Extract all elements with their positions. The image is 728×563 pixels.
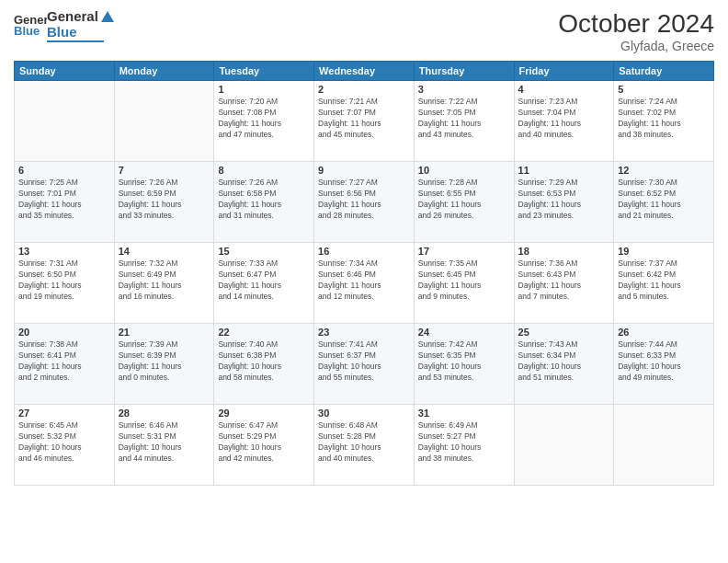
col-sunday: Sunday: [15, 62, 115, 81]
calendar-header-row: Sunday Monday Tuesday Wednesday Thursday…: [15, 62, 714, 81]
table-cell: 22Sunrise: 7:40 AM Sunset: 6:38 PM Dayli…: [214, 324, 314, 405]
table-cell: 19Sunrise: 7:37 AM Sunset: 6:42 PM Dayli…: [614, 243, 714, 324]
col-friday: Friday: [514, 62, 614, 81]
day-number: 8: [218, 165, 310, 176]
table-cell: 27Sunrise: 6:45 AM Sunset: 5:32 PM Dayli…: [15, 405, 115, 486]
table-cell: 30Sunrise: 6:48 AM Sunset: 5:28 PM Dayli…: [314, 405, 415, 486]
header: General Blue General Blue October 2024 G: [14, 9, 714, 53]
day-number: 2: [318, 84, 410, 95]
title-area: October 2024 Glyfada, Greece: [558, 9, 714, 53]
table-cell: 31Sunrise: 6:49 AM Sunset: 5:27 PM Dayli…: [414, 405, 514, 486]
day-info: Sunrise: 6:46 AM Sunset: 5:31 PM Dayligh…: [119, 420, 210, 465]
col-thursday: Thursday: [414, 62, 514, 81]
day-number: 16: [318, 246, 410, 257]
day-info: Sunrise: 7:24 AM Sunset: 7:02 PM Dayligh…: [618, 97, 710, 141]
table-cell: [114, 81, 214, 162]
col-monday: Monday: [114, 62, 214, 81]
table-cell: 23Sunrise: 7:41 AM Sunset: 6:37 PM Dayli…: [314, 324, 415, 405]
page: General Blue General Blue October 2024 G: [0, 0, 728, 563]
day-number: 18: [518, 246, 610, 257]
table-cell: 26Sunrise: 7:44 AM Sunset: 6:33 PM Dayli…: [614, 324, 714, 405]
table-cell: 2Sunrise: 7:21 AM Sunset: 7:07 PM Daylig…: [314, 81, 415, 162]
logo-triangle-icon: [99, 9, 116, 24]
day-info: Sunrise: 7:31 AM Sunset: 6:50 PM Dayligh…: [18, 259, 110, 303]
day-info: Sunrise: 6:45 AM Sunset: 5:32 PM Dayligh…: [18, 420, 110, 465]
table-cell: 8Sunrise: 7:26 AM Sunset: 6:58 PM Daylig…: [214, 162, 314, 243]
table-cell: 4Sunrise: 7:23 AM Sunset: 7:04 PM Daylig…: [514, 81, 614, 162]
table-cell: 3Sunrise: 7:22 AM Sunset: 7:05 PM Daylig…: [414, 81, 514, 162]
table-cell: 14Sunrise: 7:32 AM Sunset: 6:49 PM Dayli…: [114, 243, 214, 324]
logo-blue: Blue: [47, 25, 77, 40]
table-cell: 18Sunrise: 7:36 AM Sunset: 6:43 PM Dayli…: [514, 243, 614, 324]
logo: General Blue General Blue: [14, 9, 116, 42]
day-info: Sunrise: 7:29 AM Sunset: 6:53 PM Dayligh…: [518, 178, 610, 222]
day-info: Sunrise: 7:22 AM Sunset: 7:05 PM Dayligh…: [418, 97, 510, 141]
day-info: Sunrise: 7:41 AM Sunset: 6:37 PM Dayligh…: [318, 339, 410, 384]
day-info: Sunrise: 7:20 AM Sunset: 7:08 PM Dayligh…: [218, 97, 310, 141]
day-number: 23: [318, 327, 410, 338]
logo-icon: General Blue: [14, 9, 47, 42]
calendar-week-row: 1Sunrise: 7:20 AM Sunset: 7:08 PM Daylig…: [15, 81, 714, 162]
day-number: 30: [318, 408, 410, 419]
col-wednesday: Wednesday: [314, 62, 415, 81]
calendar-week-row: 13Sunrise: 7:31 AM Sunset: 6:50 PM Dayli…: [15, 243, 714, 324]
day-number: 1: [218, 84, 310, 95]
day-number: 5: [618, 84, 710, 95]
day-number: 10: [418, 165, 510, 176]
day-info: Sunrise: 7:40 AM Sunset: 6:38 PM Dayligh…: [218, 339, 310, 384]
day-number: 26: [618, 327, 710, 338]
day-number: 3: [418, 84, 510, 95]
table-cell: [514, 405, 614, 486]
day-number: 21: [119, 327, 210, 338]
table-cell: 13Sunrise: 7:31 AM Sunset: 6:50 PM Dayli…: [15, 243, 115, 324]
day-info: Sunrise: 7:35 AM Sunset: 6:45 PM Dayligh…: [418, 259, 510, 303]
day-number: 12: [618, 165, 710, 176]
day-number: 11: [518, 165, 610, 176]
table-cell: 16Sunrise: 7:34 AM Sunset: 6:46 PM Dayli…: [314, 243, 415, 324]
day-info: Sunrise: 7:36 AM Sunset: 6:43 PM Dayligh…: [518, 259, 610, 303]
table-cell: 6Sunrise: 7:25 AM Sunset: 7:01 PM Daylig…: [15, 162, 115, 243]
table-cell: [15, 81, 115, 162]
day-number: 19: [618, 246, 710, 257]
day-number: 13: [18, 246, 110, 257]
day-number: 28: [119, 408, 210, 419]
day-info: Sunrise: 7:26 AM Sunset: 6:58 PM Dayligh…: [218, 178, 310, 222]
day-number: 7: [119, 165, 210, 176]
calendar-week-row: 27Sunrise: 6:45 AM Sunset: 5:32 PM Dayli…: [15, 405, 714, 486]
day-number: 15: [218, 246, 310, 257]
day-info: Sunrise: 7:26 AM Sunset: 6:59 PM Dayligh…: [119, 178, 210, 222]
day-info: Sunrise: 7:42 AM Sunset: 6:35 PM Dayligh…: [418, 339, 510, 384]
day-info: Sunrise: 6:48 AM Sunset: 5:28 PM Dayligh…: [318, 420, 410, 465]
table-cell: 17Sunrise: 7:35 AM Sunset: 6:45 PM Dayli…: [414, 243, 514, 324]
table-cell: 11Sunrise: 7:29 AM Sunset: 6:53 PM Dayli…: [514, 162, 614, 243]
day-number: 22: [218, 327, 310, 338]
day-info: Sunrise: 6:47 AM Sunset: 5:29 PM Dayligh…: [218, 420, 310, 465]
table-cell: 24Sunrise: 7:42 AM Sunset: 6:35 PM Dayli…: [414, 324, 514, 405]
day-info: Sunrise: 7:34 AM Sunset: 6:46 PM Dayligh…: [318, 259, 410, 303]
logo-underline: [47, 40, 104, 42]
table-cell: 9Sunrise: 7:27 AM Sunset: 6:56 PM Daylig…: [314, 162, 415, 243]
day-info: Sunrise: 7:28 AM Sunset: 6:55 PM Dayligh…: [418, 178, 510, 222]
table-cell: 1Sunrise: 7:20 AM Sunset: 7:08 PM Daylig…: [214, 81, 314, 162]
col-tuesday: Tuesday: [214, 62, 314, 81]
day-number: 29: [218, 408, 310, 419]
day-info: Sunrise: 7:37 AM Sunset: 6:42 PM Dayligh…: [618, 259, 710, 303]
day-info: Sunrise: 7:25 AM Sunset: 7:01 PM Dayligh…: [18, 178, 110, 222]
month-title: October 2024: [558, 9, 714, 39]
day-number: 14: [119, 246, 210, 257]
calendar-week-row: 6Sunrise: 7:25 AM Sunset: 7:01 PM Daylig…: [15, 162, 714, 243]
day-number: 17: [418, 246, 510, 257]
day-number: 9: [318, 165, 410, 176]
day-info: Sunrise: 7:32 AM Sunset: 6:49 PM Dayligh…: [119, 259, 210, 303]
day-info: Sunrise: 7:44 AM Sunset: 6:33 PM Dayligh…: [618, 339, 710, 384]
table-cell: 20Sunrise: 7:38 AM Sunset: 6:41 PM Dayli…: [15, 324, 115, 405]
table-cell: 15Sunrise: 7:33 AM Sunset: 6:47 PM Dayli…: [214, 243, 314, 324]
calendar-week-row: 20Sunrise: 7:38 AM Sunset: 6:41 PM Dayli…: [15, 324, 714, 405]
table-cell: 21Sunrise: 7:39 AM Sunset: 6:39 PM Dayli…: [114, 324, 214, 405]
location: Glyfada, Greece: [558, 39, 714, 53]
svg-marker-3: [101, 11, 114, 22]
table-cell: 7Sunrise: 7:26 AM Sunset: 6:59 PM Daylig…: [114, 162, 214, 243]
table-cell: 25Sunrise: 7:43 AM Sunset: 6:34 PM Dayli…: [514, 324, 614, 405]
table-cell: 5Sunrise: 7:24 AM Sunset: 7:02 PM Daylig…: [614, 81, 714, 162]
table-cell: 29Sunrise: 6:47 AM Sunset: 5:29 PM Dayli…: [214, 405, 314, 486]
